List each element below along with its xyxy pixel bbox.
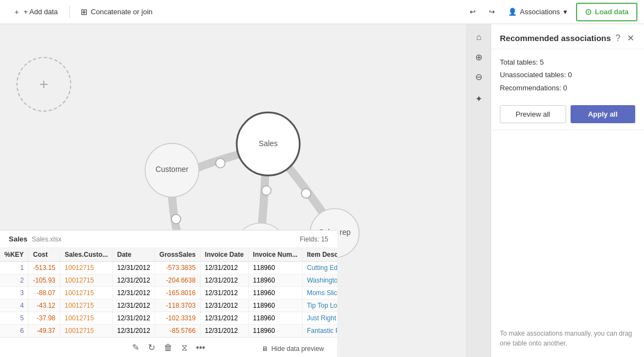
table-cell: 6 xyxy=(0,325,29,337)
table-cell: -88.07 xyxy=(29,287,60,300)
close-button[interactable]: ✕ xyxy=(626,32,635,44)
more-tool-button[interactable]: ••• xyxy=(196,343,206,353)
table-cell: 118960 xyxy=(248,287,302,300)
undo-button[interactable]: ↩ xyxy=(465,4,480,19)
toolbar-right: ↩ ↪ 👤 Associations ▾ ⊙ Load data xyxy=(465,3,637,21)
preview-fields-count: Fields: 15 xyxy=(300,235,328,243)
hide-preview-label: Hide data preview xyxy=(271,345,324,353)
panel-title: Recommended associations xyxy=(500,33,614,43)
table-cell: 4 xyxy=(0,300,29,312)
panel-stats: Total tables: 5 Unassociated tables: 0 R… xyxy=(491,49,644,101)
associations-button[interactable]: 👤 Associations ▾ xyxy=(504,4,572,19)
data-table: %KEY Cost Sales.Custo... Date GrossSales… xyxy=(0,248,337,337)
table-cell: 10012715 xyxy=(60,262,113,274)
table-cell: -204.6638 xyxy=(155,274,200,287)
preview-table-name: Sales xyxy=(9,235,27,243)
table-cell: 12/31/2012 xyxy=(112,287,155,300)
undo-icon: ↩ xyxy=(470,8,476,16)
table-cell: 10012715 xyxy=(60,287,113,300)
table-cell: 118960 xyxy=(248,312,302,325)
table-cell: -118.3703 xyxy=(155,300,200,312)
preview-header: Sales Sales.xlsx Fields: 15 xyxy=(0,231,337,248)
table-cell: -43.12 xyxy=(29,300,60,312)
person-icon: 👤 xyxy=(508,8,517,16)
plus-icon: ＋ xyxy=(13,7,20,17)
panel-header-icons: ? ✕ xyxy=(614,32,635,44)
help-button[interactable]: ? xyxy=(614,32,622,44)
table-cell: 10012715 xyxy=(60,300,113,312)
table-row: 3-88.071001271512/31/2012-165.801612/31/… xyxy=(0,287,337,300)
table-cell: 1 xyxy=(0,262,29,274)
add-data-button[interactable]: ＋ + Add data xyxy=(7,4,65,20)
table-cell: 12/31/2012 xyxy=(200,287,248,300)
table-cell: 12/31/2012 xyxy=(112,312,155,325)
table-cell: 12/31/2012 xyxy=(200,262,248,274)
table-cell: Cutting Edge Sliced Ham xyxy=(302,262,337,274)
side-tools: ⌂ ⊕ ⊖ ✦ xyxy=(466,24,491,357)
table-cell: 5 xyxy=(0,312,29,325)
zoom-out-tool-button[interactable]: ⊖ xyxy=(470,68,488,85)
load-data-button[interactable]: ⊙ Load data xyxy=(576,3,637,21)
table-cell: Washington Cranberry Juice xyxy=(302,274,337,287)
table-row: 1-513.151001271512/31/2012-573.383512/31… xyxy=(0,262,337,274)
svg-point-0 xyxy=(216,158,225,168)
table-cell: Just Right Beef Soup xyxy=(302,312,337,325)
panel-header: Recommended associations ? ✕ xyxy=(491,24,644,49)
svg-point-2 xyxy=(301,189,311,198)
filter-tool-button[interactable]: ⧖ xyxy=(181,343,187,353)
table-cell: 118960 xyxy=(248,274,302,287)
col-gross-sales: GrossSales xyxy=(155,248,200,262)
table-row: 5-37.981001271512/31/2012-102.331912/31/… xyxy=(0,312,337,325)
main-area: + Sales Customer Item xyxy=(0,24,644,357)
zoom-in-tool-button[interactable]: ⊕ xyxy=(470,48,488,66)
table-body: 1-513.151001271512/31/2012-573.383512/31… xyxy=(0,262,337,337)
col-invoice-date: Invoice Date xyxy=(200,248,248,262)
table-cell: 118960 xyxy=(248,300,302,312)
table-cell: 12/31/2012 xyxy=(112,274,155,287)
table-cell: 12/31/2012 xyxy=(200,274,248,287)
edit-tool-button[interactable]: ✎ xyxy=(132,342,139,353)
magic-tool-button[interactable]: ✦ xyxy=(470,90,488,107)
refresh-tool-button[interactable]: ↻ xyxy=(148,342,155,353)
preview-all-button[interactable]: Preview all xyxy=(500,105,566,123)
table-cell: 12/31/2012 xyxy=(112,262,155,274)
table-cell: 10012715 xyxy=(60,325,113,337)
table-cell: Tip Top Lox xyxy=(302,300,337,312)
add-data-label: + Add data xyxy=(24,8,58,16)
table-container[interactable]: %KEY Cost Sales.Custo... Date GrossSales… xyxy=(0,248,337,337)
table-cell: 2 xyxy=(0,274,29,287)
col-key: %KEY xyxy=(0,248,29,262)
table-cell: -37.98 xyxy=(29,312,60,325)
table-cell: 118960 xyxy=(248,325,302,337)
load-data-label: Load data xyxy=(595,8,629,16)
toolbar-divider xyxy=(69,5,70,19)
redo-icon: ↪ xyxy=(489,8,495,16)
canvas-area[interactable]: + Sales Customer Item xyxy=(0,24,491,357)
col-item-desc: Item Desc xyxy=(302,248,337,262)
table-cell: -513.15 xyxy=(29,262,60,274)
monitor-icon: 🖥 xyxy=(261,345,268,353)
svg-text:Customer: Customer xyxy=(156,165,189,174)
delete-tool-button[interactable]: 🗑 xyxy=(164,343,173,353)
table-cell: 12/31/2012 xyxy=(200,300,248,312)
concat-join-button[interactable]: ⊞ Concatenate or join xyxy=(74,4,159,20)
table-cell: 12/31/2012 xyxy=(112,300,155,312)
col-date: Date xyxy=(112,248,155,262)
concat-icon: ⊞ xyxy=(81,7,88,17)
play-circle-icon: ⊙ xyxy=(585,7,592,17)
apply-all-button[interactable]: Apply all xyxy=(571,105,636,123)
chevron-down-icon: ▾ xyxy=(563,8,567,16)
right-panel: Recommended associations ? ✕ Total table… xyxy=(491,24,644,357)
table-cell: 118960 xyxy=(248,262,302,274)
panel-actions: Preview all Apply all xyxy=(491,101,644,130)
table-cell: -105.93 xyxy=(29,274,60,287)
hide-preview-button[interactable]: 🖥 Hide data preview xyxy=(257,341,328,357)
recommendations-stat: Recommendations: 0 xyxy=(500,82,635,94)
redo-button[interactable]: ↪ xyxy=(485,4,499,19)
col-sales-custo: Sales.Custo... xyxy=(60,248,113,262)
associations-label: Associations xyxy=(520,8,560,16)
table-row: 2-105.931001271512/31/2012-204.663812/31… xyxy=(0,274,337,287)
table-cell: 10012715 xyxy=(60,274,113,287)
unassociated-text: Unassociated tables: 0 xyxy=(500,71,572,79)
home-tool-button[interactable]: ⌂ xyxy=(470,28,488,46)
